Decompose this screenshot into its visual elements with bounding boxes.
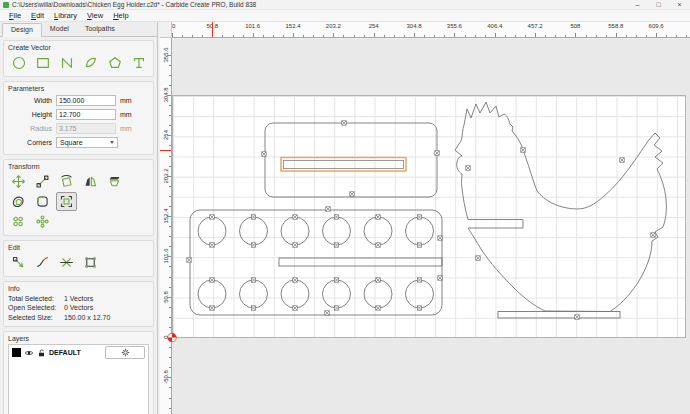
height-unit: mm: [120, 111, 132, 118]
tool-boolean[interactable]: [80, 253, 101, 272]
tool-offset[interactable]: [8, 192, 29, 211]
tool-polygon[interactable]: [104, 53, 125, 72]
tool-scale[interactable]: [32, 172, 53, 191]
trim-icon: [59, 255, 74, 270]
tool-polyline[interactable]: [56, 53, 77, 72]
design-canvas[interactable]: 050.8101.6152.4203.2254304.8355.6406.445…: [160, 22, 690, 414]
corners-label: Corners: [8, 139, 52, 146]
layers-list: DEFAULT: [8, 344, 149, 414]
tool-fair-curve[interactable]: [32, 253, 53, 272]
h-ruler-label: 0: [172, 23, 175, 29]
layers-label: Layers: [8, 335, 149, 342]
stock-area: [172, 95, 686, 338]
minimize-button[interactable]: –: [627, 0, 648, 9]
skew-icon: [107, 174, 122, 189]
tool-linear-array[interactable]: [8, 212, 29, 231]
width-input[interactable]: [56, 95, 116, 106]
maximize-button[interactable]: □: [648, 0, 669, 9]
info-row: Total Selected:1 Vectors: [8, 295, 149, 302]
h-ruler-label: 457.2: [528, 23, 543, 29]
transform-tool-row: [8, 172, 149, 191]
width-row: Widthmm: [8, 95, 149, 106]
ruler-cursor-x: [212, 22, 213, 37]
layer-settings-button[interactable]: [105, 346, 145, 359]
corners-row: CornersSquare: [8, 137, 149, 148]
tool-mirror[interactable]: [80, 172, 101, 191]
node-edit-icon: [11, 255, 26, 270]
tool-node-edit[interactable]: [8, 253, 29, 272]
left-panel: DesignModelToolpaths Create Vector Param…: [0, 22, 158, 414]
tool-rotate[interactable]: [56, 172, 77, 191]
edit-label: Edit: [8, 244, 149, 251]
close-button[interactable]: ×: [669, 0, 690, 9]
vertical-ruler: 355.6304.8254203.2152.4101.650.80-50.8: [160, 38, 172, 414]
height-label: Height: [8, 111, 52, 118]
window-title: C:\Users\willa\Downloads\Chicken Egg Hol…: [12, 1, 256, 8]
layer-row[interactable]: DEFAULT: [10, 346, 147, 359]
menu-help[interactable]: Help: [108, 11, 133, 20]
menu-edit[interactable]: Edit: [26, 11, 49, 20]
tab-design[interactable]: Design: [2, 23, 42, 37]
menu-view[interactable]: View: [82, 11, 108, 20]
tab-bar: DesignModelToolpaths: [0, 22, 157, 37]
mirror-icon: [83, 174, 98, 189]
tool-circle[interactable]: [8, 53, 29, 72]
transform-group: Transform: [3, 159, 154, 236]
frame-icon: [59, 194, 74, 209]
radius-input: [56, 123, 116, 134]
radius-label: Radius: [8, 125, 52, 132]
tool-rectangle[interactable]: [32, 53, 53, 72]
tool-fillet[interactable]: [32, 192, 53, 211]
info-rows: Total Selected:1 VectorsOpen Selected:0 …: [8, 295, 149, 321]
info-group: Info Total Selected:1 VectorsOpen Select…: [3, 281, 154, 327]
gear-icon: [121, 348, 130, 357]
parameters-group: Parameters WidthmmHeightmmRadiusmmCorner…: [3, 81, 154, 155]
info-row: Selected Size:150.00 x 12.70: [8, 314, 149, 321]
h-ruler-label: 254: [369, 23, 379, 29]
transform-label: Transform: [8, 163, 149, 170]
polygon-icon: [107, 55, 123, 71]
offset-icon: [11, 194, 26, 209]
circular-array-icon: [35, 214, 50, 229]
text-icon: [131, 55, 147, 71]
info-label: Info: [8, 285, 149, 292]
layer-color-swatch[interactable]: [12, 348, 21, 357]
h-ruler-label: 406.4: [487, 23, 502, 29]
h-ruler-label: 152.4: [286, 23, 301, 29]
transform-tools: [8, 172, 149, 231]
corners-select[interactable]: Square: [56, 137, 118, 148]
h-ruler-label: 304.8: [407, 23, 422, 29]
radius-unit: mm: [120, 125, 132, 132]
edit-tools: [8, 253, 149, 272]
unlock-icon[interactable]: [37, 348, 46, 358]
tool-text[interactable]: [128, 53, 149, 72]
tool-trim[interactable]: [56, 253, 77, 272]
polyline-icon: [59, 55, 75, 71]
tool-circular-array[interactable]: [32, 212, 53, 231]
height-row: Heightmm: [8, 109, 149, 120]
app-icon: [3, 2, 9, 8]
linear-array-icon: [11, 214, 26, 229]
height-input[interactable]: [56, 109, 116, 120]
create-vector-group: Create Vector: [3, 40, 154, 77]
curve-icon: [83, 55, 99, 71]
eye-icon[interactable]: [24, 348, 34, 358]
tool-curve[interactable]: [80, 53, 101, 72]
info-row: Open Selected:0 Vectors: [8, 304, 149, 311]
menu-library[interactable]: Library: [49, 11, 82, 20]
ruler-corner: [160, 22, 172, 38]
tool-frame[interactable]: [56, 192, 77, 211]
parameters-label: Parameters: [8, 85, 149, 92]
h-ruler-label: 203.2: [326, 23, 341, 29]
scale-icon: [35, 174, 50, 189]
tool-move[interactable]: [8, 172, 29, 191]
tab-model[interactable]: Model: [42, 23, 77, 36]
transform-tool-row: [8, 192, 149, 211]
circle-icon: [11, 55, 27, 71]
rotate-icon: [59, 174, 74, 189]
create-vector-label: Create Vector: [8, 44, 149, 51]
tab-toolpaths[interactable]: Toolpaths: [77, 23, 123, 36]
menu-file[interactable]: File: [4, 11, 26, 20]
h-ruler-label: 355.6: [447, 23, 462, 29]
tool-skew[interactable]: [104, 172, 125, 191]
